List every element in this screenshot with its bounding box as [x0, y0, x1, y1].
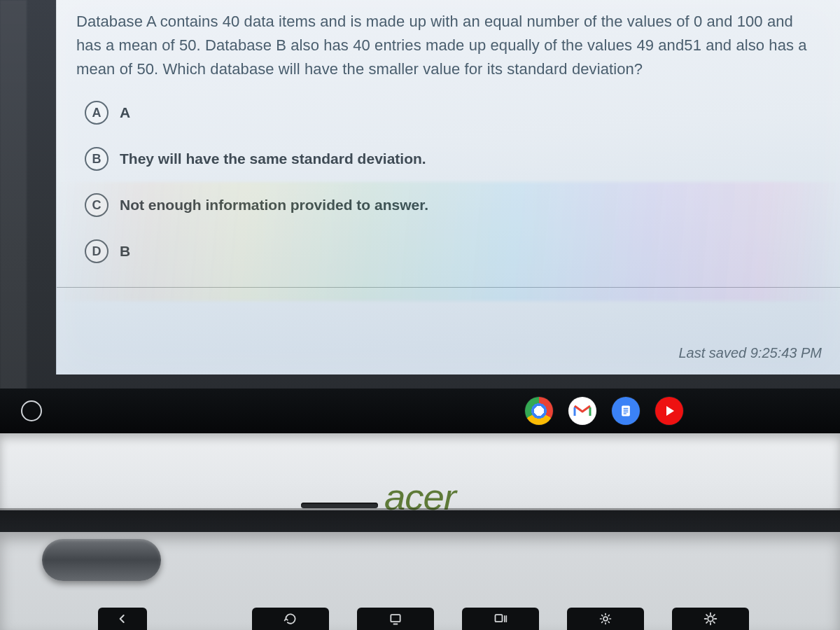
- option-letter: D: [85, 239, 108, 263]
- last-saved-label: Last saved 9:25:43 PM: [678, 345, 822, 361]
- question-text: Database A contains 40 data items and is…: [57, 0, 840, 81]
- option-b[interactable]: B They will have the same standard devia…: [85, 147, 820, 171]
- svg-rect-3: [624, 412, 629, 412]
- chromeos-shelf: [0, 388, 840, 433]
- key-brightness-down[interactable]: [567, 608, 644, 630]
- key-overview[interactable]: [462, 608, 539, 630]
- hinge-barrel: [42, 539, 161, 581]
- svg-point-8: [708, 616, 713, 622]
- youtube-icon[interactable]: [655, 397, 683, 425]
- svg-rect-4: [624, 413, 626, 414]
- key-brightness-up[interactable]: [672, 608, 749, 630]
- launcher-icon[interactable]: [21, 400, 42, 421]
- option-text: Not enough information provided to answe…: [120, 197, 428, 214]
- svg-rect-2: [624, 410, 629, 410]
- svg-point-7: [603, 617, 608, 621]
- svg-rect-5: [391, 615, 400, 622]
- option-letter: B: [85, 147, 108, 171]
- key-refresh[interactable]: [252, 608, 329, 630]
- option-c[interactable]: C Not enough information provided to ans…: [85, 193, 820, 217]
- key-fullscreen[interactable]: [357, 608, 434, 630]
- quiz-screen: Database A contains 40 data items and is…: [56, 0, 840, 374]
- docs-icon[interactable]: [612, 397, 640, 425]
- option-text: B: [120, 243, 130, 260]
- key-back[interactable]: [98, 608, 147, 630]
- option-d[interactable]: D B: [85, 239, 820, 263]
- key-row: [0, 608, 840, 630]
- option-letter: C: [85, 193, 108, 217]
- chrome-icon[interactable]: [525, 397, 553, 425]
- svg-rect-0: [622, 406, 630, 416]
- option-text: They will have the same standard deviati…: [120, 150, 426, 167]
- options-list: A A B They will have the same standard d…: [57, 81, 840, 263]
- svg-rect-6: [496, 615, 503, 622]
- divider: [57, 287, 840, 288]
- latch-slit: [301, 503, 378, 508]
- option-letter: A: [85, 101, 108, 125]
- option-text: A: [120, 104, 130, 121]
- svg-rect-1: [624, 408, 629, 409]
- sidebar-strip: [0, 0, 27, 392]
- gmail-icon[interactable]: [568, 397, 596, 425]
- option-a[interactable]: A A: [85, 101, 820, 125]
